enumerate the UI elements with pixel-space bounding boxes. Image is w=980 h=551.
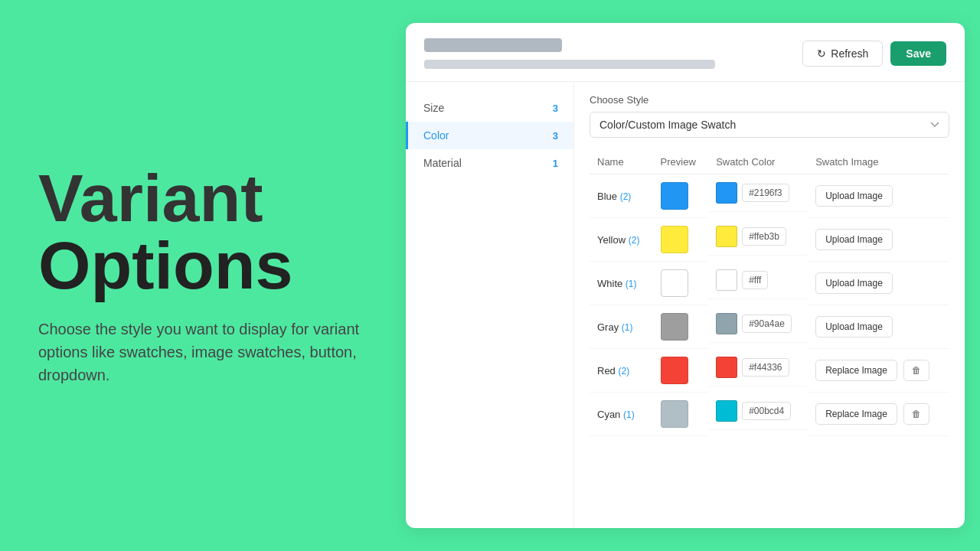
main-content: Choose Style Color/Custom Image Swatch B… [574,82,965,528]
refresh-icon: ↻ [817,47,826,60]
swatch-hex-value[interactable]: #00bcd4 [742,402,791,420]
cell-preview [653,174,709,218]
header-actions: ↻ Refresh Save [802,41,946,67]
cell-swatch-color: #90a4ae [708,305,808,343]
preview-swatch [661,357,688,384]
sidebar-item-material-count: 1 [553,158,558,169]
swatch-color-box [716,226,737,247]
cell-name: Yellow (2) [590,218,653,262]
delete-image-button[interactable]: 🗑 [903,360,929,381]
description: Choose the style you want to display for… [38,318,368,386]
replace-image-button[interactable]: Replace Image [815,403,897,425]
color-table: Name Preview Swatch Color Swatch Image B… [590,150,949,436]
swatch-hex-value[interactable]: #ffeb3b [742,227,786,246]
col-swatch-color: Swatch Color [708,150,808,174]
preview-swatch [661,400,688,428]
sidebar-item-material-label: Material [423,157,462,169]
cell-swatch-image: Upload Image [808,174,949,218]
save-button[interactable]: Save [890,41,946,66]
cell-swatch-image: Upload Image [808,305,949,349]
cell-preview [653,262,709,305]
replace-image-button[interactable]: Replace Image [815,360,897,381]
sidebar-item-color[interactable]: Color 3 [406,122,573,149]
upload-image-button[interactable]: Upload Image [815,229,893,250]
swatch-color-box [716,313,737,334]
upload-image-button[interactable]: Upload Image [815,185,893,207]
heading-line1: Variant [38,165,368,232]
cell-swatch-color: #00bcd4 [708,393,808,430]
cell-preview [653,305,709,349]
cell-preview [653,349,709,393]
table-row: Red (2)#f44336Replace Image🗑 [590,349,949,393]
cell-swatch-image: Upload Image [808,262,949,305]
swatch-hex-value[interactable]: #f44336 [742,358,789,377]
cell-swatch-image: Replace Image🗑 [808,349,949,393]
preview-swatch [661,313,688,341]
upload-image-button[interactable]: Upload Image [815,316,893,337]
table-row: Gray (1)#90a4aeUpload Image [590,305,949,349]
refresh-button[interactable]: ↻ Refresh [802,41,883,67]
skeleton-subtitle [424,60,715,69]
cell-name: Blue (2) [590,174,653,218]
left-panel: Variant Options Choose the style you wan… [0,119,406,432]
cell-swatch-color: #f44336 [708,349,808,386]
swatch-hex-value[interactable]: #2196f3 [742,184,789,202]
sidebar-item-color-label: Color [423,129,449,142]
swatch-hex-value[interactable]: #90a4ae [742,315,792,333]
cell-preview [653,218,709,262]
swatch-color-box [716,357,737,378]
delete-image-button[interactable]: 🗑 [903,403,929,425]
skeleton-title [424,38,562,52]
cell-name: White (1) [590,262,653,305]
card-header: ↻ Refresh Save [406,23,965,82]
cell-swatch-color: #ffeb3b [708,218,808,256]
cell-swatch-image: Upload Image [808,218,949,262]
sidebar-item-color-count: 3 [553,130,558,142]
preview-swatch [661,269,688,297]
choose-style-label: Choose Style [590,94,949,106]
cell-name: Gray (1) [590,305,653,349]
sidebar-item-size-count: 3 [553,103,558,114]
sidebar-item-material[interactable]: Material 1 [406,149,573,177]
table-row: Cyan (1)#00bcd4Replace Image🗑 [590,393,949,436]
swatch-color-box [716,182,737,204]
col-name: Name [590,150,653,174]
preview-swatch [661,182,688,210]
refresh-label: Refresh [831,47,868,60]
heading-line2: Options [38,232,368,299]
main-card: ↻ Refresh Save Size 3 Color 3 Material [406,23,965,528]
swatch-color-box [716,400,737,422]
table-row: Yellow (2)#ffeb3bUpload Image [590,218,949,262]
col-swatch-image: Swatch Image [808,150,949,174]
right-panel: ↻ Refresh Save Size 3 Color 3 Material [406,0,980,551]
header-left [424,38,715,69]
card-body: Size 3 Color 3 Material 1 Choose Style C… [406,82,965,528]
col-preview: Preview [653,150,709,174]
swatch-color-box [716,269,737,291]
cell-swatch-image: Replace Image🗑 [808,393,949,436]
preview-swatch [661,226,688,253]
cell-swatch-color: #fff [708,262,808,299]
sidebar-item-size-label: Size [423,102,444,114]
cell-name: Cyan (1) [590,393,653,436]
sidebar-item-size[interactable]: Size 3 [406,94,573,122]
style-select[interactable]: Color/Custom Image Swatch Button Dropdow… [590,112,949,138]
swatch-hex-value[interactable]: #fff [742,271,768,289]
cell-preview [653,393,709,436]
upload-image-button[interactable]: Upload Image [815,272,893,294]
table-row: White (1)#fffUpload Image [590,262,949,305]
cell-swatch-color: #2196f3 [708,174,808,212]
table-row: Blue (2)#2196f3Upload Image [590,174,949,218]
sidebar: Size 3 Color 3 Material 1 [406,82,574,528]
cell-name: Red (2) [590,349,653,393]
